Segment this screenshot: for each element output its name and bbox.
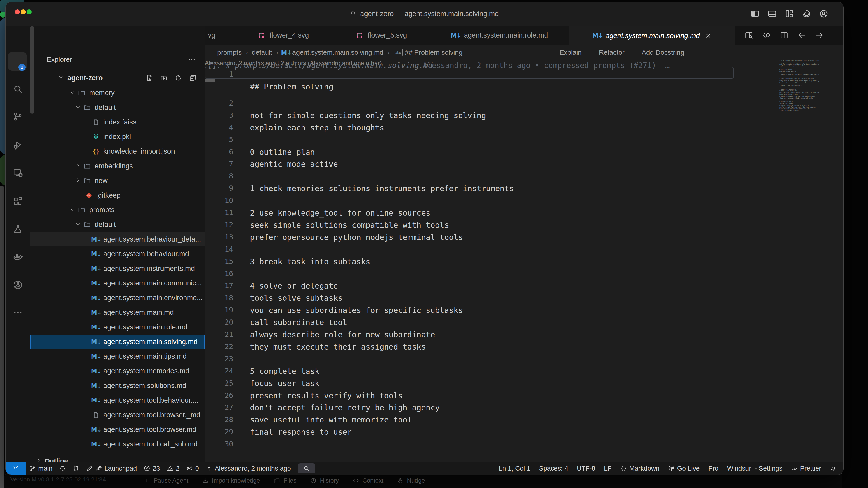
split-editor-button[interactable] [780,31,789,40]
tree-item-index-faiss[interactable]: index.faiss [30,115,205,129]
tree-item-label: prompts [89,206,115,214]
status-item-2[interactable]: 2 [167,465,180,472]
status-item-pro[interactable]: Pro [708,465,718,472]
status-item-alessandro-2-months-ago[interactable]: Alessandro, 2 months ago [206,465,291,472]
status-item-spaces-4[interactable]: Spaces: 4 [539,465,568,472]
status-item-utf-8[interactable]: UTF-8 [577,465,595,472]
status-item-23[interactable]: 23 [144,465,160,472]
new-file-button[interactable] [146,74,153,82]
activity-item-explorer[interactable]: 1 [6,50,30,73]
tree-item-agent-system-main-tips-md[interactable]: M↓agent.system.main.tips.md [30,349,205,363]
tree-item-index-pkl[interactable]: index.pkl [30,129,205,144]
tree-item-agent-system-main-role-md[interactable]: M↓agent.system.main.role.md [30,320,205,334]
status-item-0[interactable]: 0 [186,465,199,472]
dock-button-pause-agent[interactable]: Pause Agent [144,477,188,484]
activity-item-testing[interactable] [6,218,30,240]
tree-item-agent-system-solutions-md[interactable]: M↓agent.system.solutions.md [30,379,205,393]
background-scrollbar[interactable] [0,186,4,488]
tree-item-agent-system-behaviour-md[interactable]: M↓agent.system.behaviour.md [30,247,205,261]
tree-item-knowledge-import-json[interactable]: {}knowledge_import.json [30,144,205,159]
tree-root-agent-zero[interactable]: agent-zero [30,71,205,85]
tree-item--gitkeep[interactable]: .gitkeep [30,188,205,203]
tree-item-prompts[interactable]: prompts [30,203,205,217]
open-changes-button[interactable] [762,31,771,40]
activity-item-source-control[interactable] [6,105,30,128]
code-line: 0 outline plan [250,148,315,157]
activity-item-more[interactable] [6,301,30,324]
layout-grid-button[interactable] [784,9,794,19]
dock-button-files[interactable]: Files [274,477,296,484]
breadcrumb-item[interactable]: M↓agent.system.main.solving.md [282,48,383,56]
activity-item-run-debug[interactable] [6,133,30,156]
status-item-go-live[interactable]: Go Live [668,465,700,472]
close-tab-button[interactable] [705,32,712,39]
go-forward-button[interactable] [815,31,824,40]
tree-item-agent-system-main-environme-[interactable]: M↓agent.system.main.environme... [30,291,205,305]
account-button[interactable] [819,9,829,19]
tree-item-new[interactable]: new [30,173,205,188]
tree-item-memory[interactable]: memory [30,86,205,100]
status-item-pull-request[interactable] [73,465,80,472]
status-item-zoom-out[interactable] [298,463,315,473]
tab-partial-svg[interactable]: vg [205,26,234,45]
status-item-sync[interactable] [59,465,66,472]
activity-item-remote-explorer[interactable] [6,162,30,184]
dock-button-context[interactable]: Context [352,477,383,484]
status-item-lf[interactable]: LF [604,465,612,472]
line-number: 19 [205,306,233,314]
layout-panel-button[interactable] [767,9,777,19]
tree-item-agent-system-memories-md[interactable]: M↓agent.system.memories.md [30,364,205,378]
status-item-launchpad[interactable]: Launchpad [86,465,137,472]
refresh-button[interactable] [175,74,182,82]
new-folder-icon [160,74,168,82]
tree-item-agent-system-main-solving-md[interactable]: M↓agent.system.main.solving.md [30,335,205,349]
breadcrumb-item[interactable]: abc## Problem solving [394,48,463,56]
new-folder-button[interactable] [160,74,168,82]
status-item-main[interactable]: main [29,465,53,472]
tree-item-default[interactable]: default [30,217,205,232]
explorer-more-actions-button[interactable] [188,56,196,64]
code-action-refactor[interactable]: Refactor [599,48,624,56]
remote-indicator[interactable] [6,462,26,475]
tree-item-agent-system-tool-behaviour-[interactable]: M↓agent.system.tool.behaviour.... [30,393,205,408]
loop-button[interactable] [802,9,811,19]
line-number: 4 [205,123,233,132]
activity-item-extensions[interactable] [6,190,30,213]
tab-flower-4-svg[interactable]: flower_4.svg [234,26,332,45]
tree-item-agent-system-tool-browser-md[interactable]: M↓agent.system.tool.browser.md [30,422,205,437]
tree-item-default[interactable]: default [30,100,205,115]
editor-scrollbar[interactable] [205,78,215,82]
code-action-explain[interactable]: Explain [559,48,582,56]
breadcrumb-item[interactable]: default [252,48,272,56]
collapse-all-button[interactable] [189,74,197,82]
tree-item-agent-system-main-communic-[interactable]: M↓agent.system.main.communic... [30,276,205,290]
tab-agent-system-main-role-md[interactable]: M↓agent.system.main.role.md [430,26,569,45]
tree-item-agent-system-instruments-md[interactable]: M↓agent.system.instruments.md [30,261,205,276]
open-preview-button[interactable] [744,31,753,40]
breadcrumb-item[interactable]: prompts [217,48,242,56]
tree-item-embeddings[interactable]: embeddings [30,159,205,173]
activity-item-search[interactable] [6,78,30,100]
code-action-add-docstring[interactable]: Add Docstring [642,48,684,56]
dock-button-history[interactable]: History [310,477,339,484]
status-item-prettier[interactable]: Prettier [791,465,821,472]
layout-sidebar-left-button[interactable] [750,9,760,19]
activity-item-gitlens[interactable] [6,273,30,296]
status-item-ln-1-col-1[interactable]: Ln 1, Col 1 [499,465,530,472]
minimap[interactable]: []: # prompts/default/agent.system.main.… [779,60,819,113]
tree-item-agent-system-main-md[interactable]: M↓agent.system.main.md [30,305,205,320]
dock-button-import-knowledge[interactable]: Import knowledge [202,477,260,484]
dock-button-nudge[interactable]: Nudge [397,477,425,484]
go-back-button[interactable] [797,31,806,40]
tree-item-agent-system-behaviour-defa-[interactable]: M↓agent.system.behaviour_defa... [30,232,205,247]
status-item-markdown[interactable]: Markdown [620,465,659,472]
tree-item-agent-system-tool-call-sub-md[interactable]: M↓agent.system.tool.call_sub.md [30,437,205,451]
activity-item-docker[interactable] [6,246,30,268]
editor-area[interactable]: Alessandro, 2 months ago | 2 authors (Al… [205,60,843,462]
more-actions-button[interactable] [833,31,842,40]
tab-flower-5-svg[interactable]: flower_5.svg [332,26,430,45]
status-item-windsurf-settings[interactable]: Windsurf - Settings [727,465,782,472]
tree-item-agent-system-tool-browser-md[interactable]: agent.system.tool.browser._md [30,408,205,422]
status-item-bell[interactable] [830,465,837,472]
tab-agent-system-main-solving-md[interactable]: M↓agent.system.main.solving.md [569,26,735,45]
